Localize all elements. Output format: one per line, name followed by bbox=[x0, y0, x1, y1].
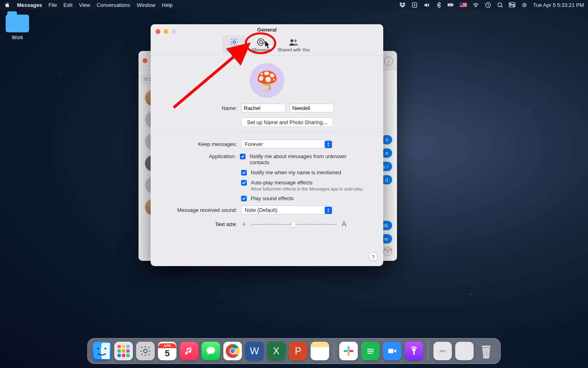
checkbox-sound-effects[interactable] bbox=[241, 196, 247, 201]
tab-label: iMessage bbox=[250, 47, 272, 52]
checkbox-notify-mention[interactable] bbox=[241, 170, 247, 176]
svg-rect-29 bbox=[344, 350, 348, 352]
tab-shared-with-you[interactable]: Shared with You bbox=[275, 36, 312, 54]
at-sign-icon bbox=[250, 37, 272, 47]
menu-conversations[interactable]: Conversations bbox=[97, 2, 130, 8]
clock-history-icon[interactable] bbox=[485, 2, 491, 8]
svg-point-23 bbox=[144, 349, 147, 353]
keep-messages-select[interactable]: Forever bbox=[241, 140, 333, 148]
svg-point-1 bbox=[414, 4, 415, 6]
last-name-input[interactable] bbox=[290, 104, 334, 112]
spotlight-icon[interactable] bbox=[497, 2, 503, 8]
dock-podcasts[interactable] bbox=[405, 342, 423, 360]
application-label: Application: bbox=[168, 153, 236, 159]
dock-launchpad[interactable] bbox=[114, 342, 133, 360]
menu-file[interactable]: File bbox=[48, 2, 57, 8]
wifi-icon[interactable] bbox=[472, 2, 479, 8]
bluetooth-icon[interactable] bbox=[435, 2, 442, 8]
input-flag-icon[interactable] bbox=[460, 2, 467, 7]
preferences-tabs: General iMessage Shared with You bbox=[151, 36, 383, 54]
svg-rect-30 bbox=[348, 352, 350, 356]
dock-messages[interactable] bbox=[202, 342, 220, 360]
menu-edit[interactable]: Edit bbox=[63, 2, 72, 8]
select-value: Note (Default) bbox=[245, 207, 277, 213]
help-button[interactable]: ? bbox=[369, 252, 378, 261]
checkbox-label: Play sound effects bbox=[251, 195, 294, 201]
first-name-input[interactable] bbox=[241, 104, 286, 112]
svg-point-22 bbox=[105, 348, 106, 349]
divider bbox=[151, 132, 383, 132]
siri-icon[interactable] bbox=[521, 2, 527, 8]
volume-icon[interactable] bbox=[423, 2, 430, 8]
svg-rect-3 bbox=[453, 4, 454, 5]
svg-rect-34 bbox=[482, 346, 490, 347]
desktop-folder-work[interactable]: Work bbox=[6, 15, 29, 40]
dock-word[interactable]: W bbox=[245, 342, 264, 360]
svg-point-21 bbox=[97, 348, 99, 349]
keep-messages-label: Keep messages: bbox=[168, 141, 237, 147]
tab-label: General bbox=[223, 47, 246, 52]
svg-point-33 bbox=[413, 349, 415, 351]
dock-trash[interactable] bbox=[477, 342, 496, 360]
received-sound-label: Message received sound: bbox=[168, 207, 237, 213]
dock-file[interactable] bbox=[455, 342, 474, 360]
dock-music[interactable] bbox=[180, 342, 198, 360]
menu-help[interactable]: Help bbox=[162, 2, 173, 8]
checkbox-notify-unknown[interactable] bbox=[240, 154, 246, 159]
folder-label: Work bbox=[6, 35, 29, 40]
svg-point-17 bbox=[290, 39, 293, 42]
menu-view[interactable]: View bbox=[79, 2, 90, 8]
dock-zoom[interactable] bbox=[383, 342, 401, 360]
search-icon bbox=[144, 77, 148, 82]
dock-slack[interactable] bbox=[339, 342, 358, 360]
dock-system-preferences[interactable] bbox=[136, 342, 155, 360]
dock-notes[interactable] bbox=[311, 342, 329, 360]
text-size-slider[interactable] bbox=[251, 220, 336, 228]
name-label: Name: bbox=[168, 105, 237, 111]
svg-point-8 bbox=[510, 3, 511, 4]
svg-rect-31 bbox=[349, 350, 354, 352]
close-button[interactable] bbox=[143, 58, 147, 63]
emoji-picker-button[interactable]: ☺ bbox=[383, 247, 392, 256]
text-size-label: Text size: bbox=[168, 221, 237, 227]
box-icon[interactable] bbox=[411, 2, 418, 8]
checkbox-autoplay[interactable] bbox=[241, 180, 247, 186]
checkbox-label: Notify me when my name is mentioned bbox=[251, 169, 341, 176]
text-size-small-icon: A bbox=[243, 222, 246, 226]
tab-imessage[interactable]: iMessage bbox=[249, 36, 273, 54]
gear-icon bbox=[223, 37, 246, 47]
dock-powerpoint[interactable]: P bbox=[289, 342, 307, 360]
dock-file-jpg[interactable]: JPG bbox=[433, 342, 452, 360]
dock-excel[interactable]: X bbox=[267, 342, 286, 360]
dropbox-icon[interactable] bbox=[399, 2, 405, 8]
folder-icon bbox=[6, 15, 29, 32]
svg-rect-32 bbox=[388, 349, 393, 353]
text-size-large-icon: A bbox=[342, 220, 346, 228]
menubar-clock[interactable]: Tue Apr 5 5:33:21 PM bbox=[533, 2, 584, 8]
app-name[interactable]: Messages bbox=[17, 2, 42, 8]
received-sound-select[interactable]: Note (Default) bbox=[241, 205, 333, 214]
dock-calendar[interactable]: APR5 bbox=[158, 342, 176, 360]
window-title: General bbox=[151, 27, 383, 33]
tab-general[interactable]: General bbox=[222, 36, 246, 54]
control-center-icon[interactable] bbox=[509, 2, 515, 8]
chevron-updown-icon bbox=[325, 141, 332, 148]
chevron-updown-icon bbox=[325, 207, 332, 214]
preferences-window: General General iMessage Shared with You… bbox=[151, 24, 383, 266]
menubar: Messages File Edit View Conversations Wi… bbox=[0, 0, 588, 10]
cal-day: 5 bbox=[165, 348, 170, 359]
menu-window[interactable]: Window bbox=[137, 2, 155, 8]
checkbox-sublabel: Allow fullscreen effects in the Messages… bbox=[251, 186, 363, 191]
conversation-info-button[interactable]: i bbox=[384, 57, 393, 66]
svg-point-14 bbox=[144, 78, 147, 80]
dock-chrome[interactable] bbox=[223, 342, 242, 360]
profile-avatar[interactable]: 🍄 bbox=[250, 63, 284, 98]
svg-point-6 bbox=[498, 2, 501, 6]
dock-spotify[interactable] bbox=[361, 342, 380, 360]
dock-finder[interactable] bbox=[92, 342, 111, 360]
setup-name-photo-button[interactable]: Set up Name and Photo Sharing... bbox=[241, 117, 333, 127]
battery-icon[interactable] bbox=[447, 2, 454, 8]
dock: APR5 W X P JPG bbox=[87, 338, 501, 364]
apple-menu[interactable] bbox=[4, 2, 10, 8]
checkbox-label: Auto-play message effects bbox=[251, 180, 363, 186]
